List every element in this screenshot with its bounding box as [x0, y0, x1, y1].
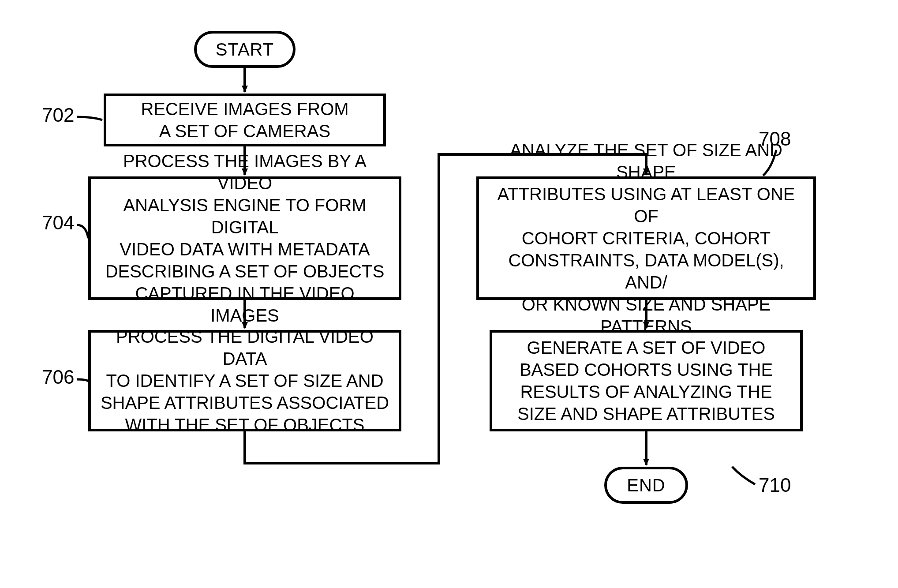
- leader-706: [77, 379, 88, 381]
- start-label: START: [216, 40, 274, 60]
- step-708-box: ANALYZE THE SET OF SIZE AND SHAPE ATTRIB…: [476, 176, 816, 300]
- end-label: END: [627, 476, 665, 495]
- flowchart-canvas: START RECEIVE IMAGES FROM A SET OF CAMER…: [0, 0, 898, 588]
- leader-702: [77, 117, 102, 120]
- leader-710: [732, 467, 755, 484]
- ref-702: 702: [42, 104, 74, 126]
- step-704-box: PROCESS THE IMAGES BY A VIDEO ANALYSIS E…: [88, 176, 401, 300]
- ref-710: 710: [759, 474, 791, 496]
- ref-708: 708: [759, 128, 791, 150]
- ref-704: 704: [42, 212, 74, 234]
- ref-706: 706: [42, 366, 74, 388]
- leader-704: [77, 225, 88, 238]
- step-710-box: GENERATE A SET OF VIDEO BASED COHORTS US…: [490, 330, 803, 431]
- step-702-box: RECEIVE IMAGES FROM A SET OF CAMERAS: [104, 94, 386, 146]
- start-terminator: START: [194, 31, 296, 68]
- step-706-box: PROCESS THE DIGITAL VIDEO DATA TO IDENTI…: [88, 330, 401, 431]
- end-terminator: END: [604, 467, 688, 504]
